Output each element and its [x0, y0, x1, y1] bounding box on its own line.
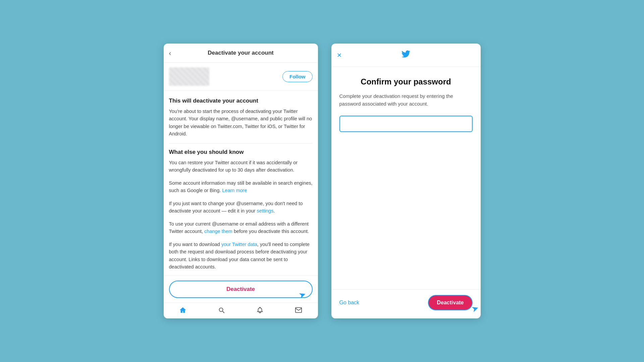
page-title: Deactivate your account	[208, 50, 274, 56]
deactivate-confirm-label: Deactivate	[437, 300, 464, 305]
password-input[interactable]	[339, 116, 473, 132]
left-header: ‹ Deactivate your account	[164, 44, 318, 63]
twitter-data-link[interactable]: your Twitter data	[221, 242, 257, 247]
right-footer: Go back Deactivate ➤	[331, 289, 481, 318]
cursor-arrow-right-icon: ➤	[471, 304, 479, 314]
twitter-logo	[401, 50, 411, 61]
section-divider	[169, 143, 313, 143]
username-change-prefix: If you just want to change your @usernam…	[169, 201, 303, 214]
download-prefix: If you want to download	[169, 242, 221, 247]
right-content: Confirm your password Complete your deac…	[331, 67, 481, 289]
change-them-suffix: before you deactivate this account.	[232, 229, 309, 234]
cursor-arrow-icon: ➤	[298, 290, 307, 300]
right-phone-panel: ✕ Confirm your password Complete your de…	[331, 44, 481, 318]
settings-link[interactable]: settings	[257, 208, 273, 214]
deactivate-section-title: This will deactivate your account	[169, 98, 313, 104]
left-content: This will deactivate your account You're…	[164, 91, 318, 276]
change-them-text: To use your current @username or email a…	[169, 220, 313, 235]
bottom-nav	[164, 303, 318, 318]
search-nav-icon[interactable]	[218, 306, 225, 316]
username-change-text: If you just want to change your @usernam…	[169, 200, 313, 215]
go-back-button[interactable]: Go back	[339, 300, 360, 306]
search-engines-text: Some account information may still be av…	[169, 179, 313, 194]
left-phone-panel: ‹ Deactivate your account Follow This wi…	[164, 44, 318, 318]
deactivate-section-text: You're about to start the process of dea…	[169, 108, 313, 138]
right-header: ✕	[331, 44, 481, 67]
profile-banner: Follow	[164, 63, 318, 91]
deactivate-confirm-button[interactable]: Deactivate ➤	[428, 295, 472, 310]
back-button[interactable]: ‹	[169, 50, 171, 56]
home-nav-icon[interactable]	[179, 306, 186, 316]
confirm-title: Confirm your password	[339, 77, 473, 86]
deactivate-button[interactable]: Deactivate ➤	[169, 281, 313, 298]
restore-info-text: You can restore your Twitter account if …	[169, 159, 313, 174]
left-footer: Deactivate ➤	[164, 276, 318, 303]
download-data-text: If you want to download your Twitter dat…	[169, 241, 313, 271]
messages-nav-icon[interactable]	[295, 306, 302, 316]
what-else-title: What else you should know	[169, 149, 313, 156]
confirm-description: Complete your deactivation request by en…	[339, 93, 473, 108]
deactivate-label: Deactivate	[226, 286, 255, 292]
close-button[interactable]: ✕	[337, 52, 342, 58]
follow-button[interactable]: Follow	[282, 71, 313, 82]
username-change-suffix: .	[273, 208, 275, 214]
notifications-nav-icon[interactable]	[256, 306, 264, 316]
change-them-link[interactable]: change them	[204, 229, 232, 234]
avatar	[169, 67, 209, 86]
learn-more-link[interactable]: Learn more	[222, 188, 247, 193]
